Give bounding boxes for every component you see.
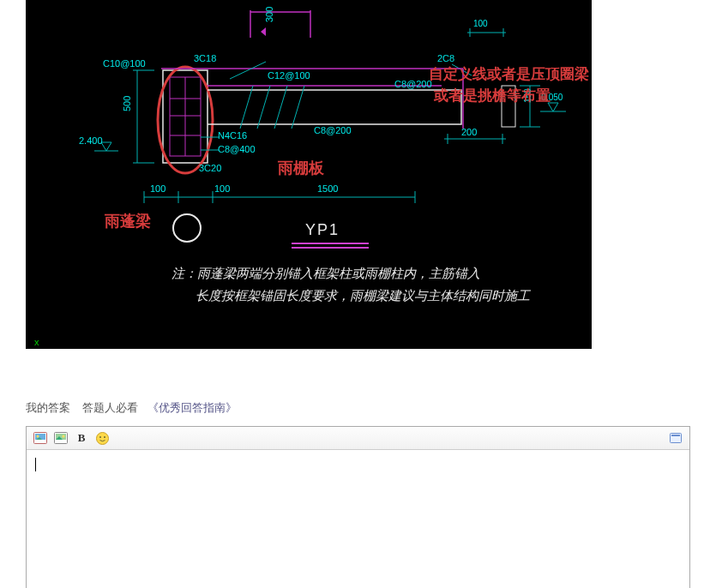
elev-left: 2.400 [79, 135, 103, 146]
mustread-label: 答题人必看 [82, 401, 138, 414]
dim-500: 500 [122, 96, 132, 111]
fullscreen-button[interactable] [669, 431, 683, 445]
answer-guide-link[interactable]: 《优秀回答指南》 [147, 401, 237, 414]
dim-top-100: 100 [473, 19, 488, 28]
answer-editor: B [26, 426, 690, 588]
corner-marker: x [34, 337, 39, 347]
dim-200: 200 [461, 127, 477, 137]
rebar-2c8: 2C8 [437, 53, 454, 63]
image-button[interactable] [33, 431, 47, 445]
rebar-c8-400: C8@400 [218, 144, 256, 154]
cad-diagram: 300 100 C10@100 3C18 C12@100 2C8 C8@200 … [26, 0, 592, 349]
rebar-3c18: 3C18 [194, 53, 216, 63]
rebar-c8-200-b: C8@200 [314, 125, 352, 135]
svg-point-4 [173, 214, 201, 242]
annot-red-line1: 自定义线或者是压顶圈梁 [429, 64, 589, 84]
emoji-button[interactable] [95, 431, 109, 445]
image2-button[interactable] [54, 431, 68, 445]
note-line1: 注：雨蓬梁两端分别锚入框架柱或雨棚柱内，主筋锚入 [171, 266, 480, 282]
rebar-c12-100: C12@100 [268, 70, 310, 81]
dim-top-300: 300 [264, 7, 274, 22]
annot-red-board: 雨棚板 [278, 158, 324, 178]
note-line2: 长度按框架锚固长度要求，雨棚梁建议与主体结构同时施工 [196, 288, 530, 304]
my-answer-label: 我的答案 [26, 401, 70, 414]
annot-red-line2: 或者是挑檐等布置 [434, 86, 551, 105]
annot-red-beam: 雨蓬梁 [105, 211, 151, 231]
dim-bot-100b: 100 [214, 183, 230, 194]
dim-bot-100a: 100 [150, 183, 165, 194]
rebar-3c20: 3C20 [199, 163, 221, 173]
rebar-n4c16: N4C16 [218, 130, 247, 141]
dim-bot-1500: 1500 [317, 183, 338, 194]
answer-section-header: 我的答案 答题人必看 《优秀回答指南》 [26, 400, 690, 416]
svg-point-12 [63, 435, 65, 438]
part-name-yp1: YP1 [305, 221, 340, 239]
svg-rect-17 [671, 435, 680, 436]
bold-button[interactable]: B [75, 431, 88, 445]
svg-point-13 [96, 432, 108, 444]
svg-point-15 [104, 436, 105, 438]
rebar-c10-100: C10@100 [103, 58, 146, 69]
svg-point-9 [37, 435, 39, 438]
rebar-c8-200-a: C8@200 [394, 79, 432, 89]
editor-toolbar: B [27, 427, 689, 450]
svg-point-14 [99, 436, 101, 438]
editor-textarea[interactable] [27, 450, 689, 588]
